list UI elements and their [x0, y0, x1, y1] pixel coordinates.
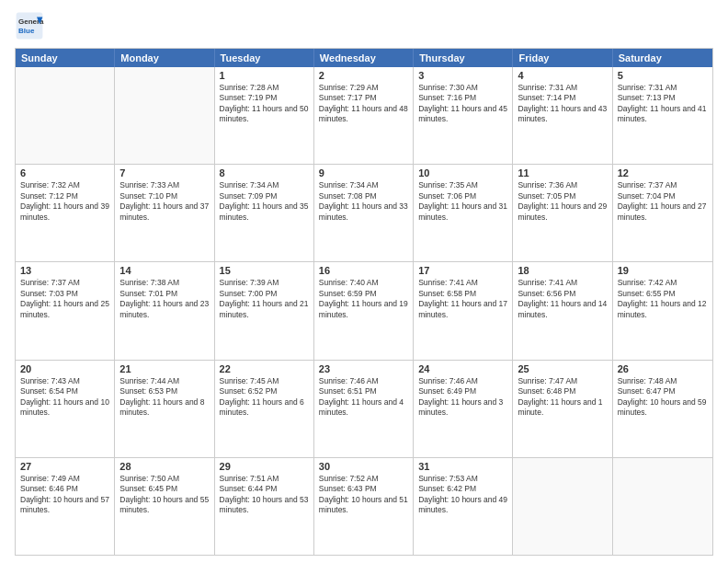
day-info: Sunrise: 7:53 AM Sunset: 6:42 PM Dayligh… — [418, 474, 507, 516]
day-info: Sunrise: 7:41 AM Sunset: 6:58 PM Dayligh… — [418, 278, 507, 320]
day-number: 22 — [220, 363, 309, 374]
day-info: Sunrise: 7:34 AM Sunset: 7:09 PM Dayligh… — [220, 180, 309, 223]
header: General Blue — [15, 11, 713, 40]
calendar-cell: 11Sunrise: 7:36 AM Sunset: 7:05 PM Dayli… — [513, 165, 612, 261]
day-info: Sunrise: 7:46 AM Sunset: 6:49 PM Dayligh… — [418, 376, 507, 419]
header-day-friday: Friday — [513, 49, 612, 67]
day-number: 21 — [119, 363, 209, 374]
day-number: 18 — [518, 265, 607, 276]
day-number: 25 — [518, 363, 607, 374]
day-info: Sunrise: 7:28 AM Sunset: 7:19 PM Dayligh… — [220, 83, 309, 125]
day-number: 10 — [418, 167, 507, 178]
day-number: 1 — [220, 70, 309, 81]
calendar-cell: 26Sunrise: 7:48 AM Sunset: 6:47 PM Dayli… — [613, 361, 712, 457]
header-day-wednesday: Wednesday — [314, 49, 414, 67]
day-info: Sunrise: 7:37 AM Sunset: 7:04 PM Dayligh… — [618, 180, 708, 223]
calendar-row-5: 27Sunrise: 7:49 AM Sunset: 6:46 PM Dayli… — [16, 457, 712, 555]
calendar-cell: 30Sunrise: 7:52 AM Sunset: 6:43 PM Dayli… — [314, 458, 414, 555]
day-info: Sunrise: 7:37 AM Sunset: 7:03 PM Dayligh… — [20, 278, 109, 320]
day-info: Sunrise: 7:46 AM Sunset: 6:51 PM Dayligh… — [319, 376, 408, 419]
day-number: 26 — [618, 363, 708, 374]
day-number: 19 — [618, 265, 708, 276]
calendar-cell: 7Sunrise: 7:33 AM Sunset: 7:10 PM Daylig… — [115, 165, 214, 261]
header-day-sunday: Sunday — [16, 49, 115, 67]
calendar-cell: 25Sunrise: 7:47 AM Sunset: 6:48 PM Dayli… — [513, 361, 612, 457]
calendar-cell: 19Sunrise: 7:42 AM Sunset: 6:55 PM Dayli… — [613, 262, 712, 359]
day-info: Sunrise: 7:48 AM Sunset: 6:47 PM Dayligh… — [618, 376, 708, 419]
day-info: Sunrise: 7:31 AM Sunset: 7:14 PM Dayligh… — [518, 83, 607, 125]
day-number: 20 — [20, 363, 109, 374]
calendar-cell: 10Sunrise: 7:35 AM Sunset: 7:06 PM Dayli… — [414, 165, 513, 261]
calendar-cell: 6Sunrise: 7:32 AM Sunset: 7:12 PM Daylig… — [16, 165, 115, 261]
header-day-monday: Monday — [115, 49, 214, 67]
calendar-cell: 3Sunrise: 7:30 AM Sunset: 7:16 PM Daylig… — [414, 67, 513, 164]
day-number: 12 — [618, 167, 708, 178]
day-info: Sunrise: 7:51 AM Sunset: 6:44 PM Dayligh… — [220, 474, 309, 516]
day-number: 17 — [418, 265, 507, 276]
calendar-body: 1Sunrise: 7:28 AM Sunset: 7:19 PM Daylig… — [16, 67, 712, 555]
svg-text:Blue: Blue — [18, 27, 35, 35]
day-info: Sunrise: 7:36 AM Sunset: 7:05 PM Dayligh… — [518, 180, 607, 223]
calendar-row-4: 20Sunrise: 7:43 AM Sunset: 6:54 PM Dayli… — [16, 360, 712, 457]
day-number: 7 — [119, 167, 209, 178]
calendar-cell: 23Sunrise: 7:46 AM Sunset: 6:51 PM Dayli… — [314, 361, 414, 457]
calendar-cell: 27Sunrise: 7:49 AM Sunset: 6:46 PM Dayli… — [16, 458, 115, 555]
day-info: Sunrise: 7:50 AM Sunset: 6:45 PM Dayligh… — [119, 474, 209, 516]
day-number: 30 — [319, 461, 408, 472]
calendar-cell: 24Sunrise: 7:46 AM Sunset: 6:49 PM Dayli… — [414, 361, 513, 457]
day-number: 13 — [20, 265, 109, 276]
calendar-row-2: 6Sunrise: 7:32 AM Sunset: 7:12 PM Daylig… — [16, 164, 712, 261]
header-day-thursday: Thursday — [414, 49, 513, 67]
day-number: 28 — [119, 461, 209, 472]
day-info: Sunrise: 7:34 AM Sunset: 7:08 PM Dayligh… — [319, 180, 408, 223]
calendar-cell: 16Sunrise: 7:40 AM Sunset: 6:59 PM Dayli… — [314, 262, 414, 359]
logo-icon: General Blue — [15, 11, 44, 40]
day-info: Sunrise: 7:29 AM Sunset: 7:17 PM Dayligh… — [319, 83, 408, 125]
calendar-cell: 17Sunrise: 7:41 AM Sunset: 6:58 PM Dayli… — [414, 262, 513, 359]
day-info: Sunrise: 7:31 AM Sunset: 7:13 PM Dayligh… — [618, 83, 708, 125]
calendar-row-3: 13Sunrise: 7:37 AM Sunset: 7:03 PM Dayli… — [16, 261, 712, 359]
day-info: Sunrise: 7:44 AM Sunset: 6:53 PM Dayligh… — [119, 376, 209, 419]
calendar-cell: 5Sunrise: 7:31 AM Sunset: 7:13 PM Daylig… — [613, 67, 712, 164]
day-number: 8 — [220, 167, 309, 178]
day-info: Sunrise: 7:43 AM Sunset: 6:54 PM Dayligh… — [20, 376, 109, 419]
day-info: Sunrise: 7:30 AM Sunset: 7:16 PM Dayligh… — [418, 83, 507, 125]
day-number: 2 — [319, 70, 408, 81]
calendar-cell: 2Sunrise: 7:29 AM Sunset: 7:17 PM Daylig… — [314, 67, 414, 164]
day-info: Sunrise: 7:41 AM Sunset: 6:56 PM Dayligh… — [518, 278, 607, 320]
day-number: 3 — [418, 70, 507, 81]
calendar-cell — [513, 458, 612, 555]
calendar-cell: 14Sunrise: 7:38 AM Sunset: 7:01 PM Dayli… — [115, 262, 214, 359]
calendar-cell — [613, 458, 712, 555]
day-info: Sunrise: 7:32 AM Sunset: 7:12 PM Dayligh… — [20, 180, 109, 223]
day-number: 31 — [418, 461, 507, 472]
day-info: Sunrise: 7:47 AM Sunset: 6:48 PM Dayligh… — [518, 376, 607, 419]
logo: General Blue — [15, 11, 48, 40]
day-number: 27 — [20, 461, 109, 472]
day-info: Sunrise: 7:40 AM Sunset: 6:59 PM Dayligh… — [319, 278, 408, 320]
calendar-cell: 21Sunrise: 7:44 AM Sunset: 6:53 PM Dayli… — [115, 361, 214, 457]
calendar-cell: 13Sunrise: 7:37 AM Sunset: 7:03 PM Dayli… — [16, 262, 115, 359]
calendar-cell: 4Sunrise: 7:31 AM Sunset: 7:14 PM Daylig… — [513, 67, 612, 164]
day-info: Sunrise: 7:39 AM Sunset: 7:00 PM Dayligh… — [220, 278, 309, 320]
header-day-saturday: Saturday — [613, 49, 712, 67]
calendar-cell: 31Sunrise: 7:53 AM Sunset: 6:42 PM Dayli… — [414, 458, 513, 555]
day-number: 9 — [319, 167, 408, 178]
calendar-cell — [115, 67, 214, 164]
day-info: Sunrise: 7:38 AM Sunset: 7:01 PM Dayligh… — [119, 278, 209, 320]
day-number: 14 — [119, 265, 209, 276]
day-number: 29 — [220, 461, 309, 472]
calendar-row-1: 1Sunrise: 7:28 AM Sunset: 7:19 PM Daylig… — [16, 67, 712, 164]
day-number: 23 — [319, 363, 408, 374]
calendar-cell — [16, 67, 115, 164]
day-info: Sunrise: 7:35 AM Sunset: 7:06 PM Dayligh… — [418, 180, 507, 223]
day-number: 16 — [319, 265, 408, 276]
day-info: Sunrise: 7:42 AM Sunset: 6:55 PM Dayligh… — [618, 278, 708, 320]
header-day-tuesday: Tuesday — [215, 49, 314, 67]
day-info: Sunrise: 7:52 AM Sunset: 6:43 PM Dayligh… — [319, 474, 408, 516]
calendar-cell: 18Sunrise: 7:41 AM Sunset: 6:56 PM Dayli… — [513, 262, 612, 359]
calendar-cell: 20Sunrise: 7:43 AM Sunset: 6:54 PM Dayli… — [16, 361, 115, 457]
day-number: 24 — [418, 363, 507, 374]
calendar-cell: 29Sunrise: 7:51 AM Sunset: 6:44 PM Dayli… — [215, 458, 314, 555]
day-number: 6 — [20, 167, 109, 178]
